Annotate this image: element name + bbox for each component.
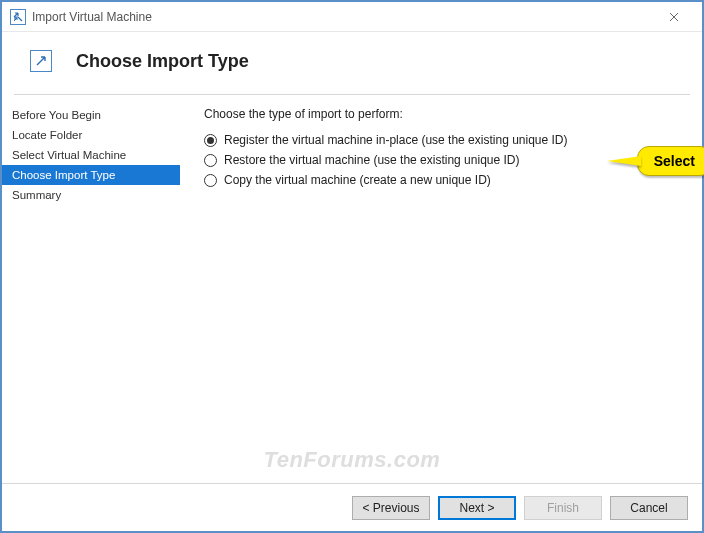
close-icon[interactable] [654,5,694,29]
sidebar-item-locate-folder[interactable]: Locate Folder [2,125,180,145]
radio-icon [204,134,217,147]
sidebar-item-choose-import-type[interactable]: Choose Import Type [2,165,180,185]
callout-arrow-icon [607,156,641,166]
callout-text: Select [637,146,704,176]
main-panel: Choose the type of import to perform: Re… [180,95,702,465]
radio-option-register[interactable]: Register the virtual machine in-place (u… [204,133,678,147]
prompt-text: Choose the type of import to perform: [204,107,678,121]
titlebar: Import Virtual Machine [2,2,702,32]
import-icon [30,50,52,72]
wizard-header: Choose Import Type [2,32,702,94]
next-button[interactable]: Next > [438,496,516,520]
radio-label: Restore the virtual machine (use the exi… [224,153,519,167]
sidebar-item-before-you-begin[interactable]: Before You Begin [2,105,180,125]
annotation-callout: Select [607,146,704,176]
radio-icon [204,154,217,167]
page-title: Choose Import Type [76,51,249,72]
cancel-button[interactable]: Cancel [610,496,688,520]
radio-label: Register the virtual machine in-place (u… [224,133,568,147]
finish-button: Finish [524,496,602,520]
sidebar-item-summary[interactable]: Summary [2,185,180,205]
app-icon [10,9,26,25]
radio-label: Copy the virtual machine (create a new u… [224,173,491,187]
sidebar-item-select-vm[interactable]: Select Virtual Machine [2,145,180,165]
button-bar: < Previous Next > Finish Cancel [2,483,702,531]
radio-icon [204,174,217,187]
wizard-steps-sidebar: Before You Begin Locate Folder Select Vi… [2,95,180,465]
previous-button[interactable]: < Previous [352,496,430,520]
window-title: Import Virtual Machine [32,10,654,24]
